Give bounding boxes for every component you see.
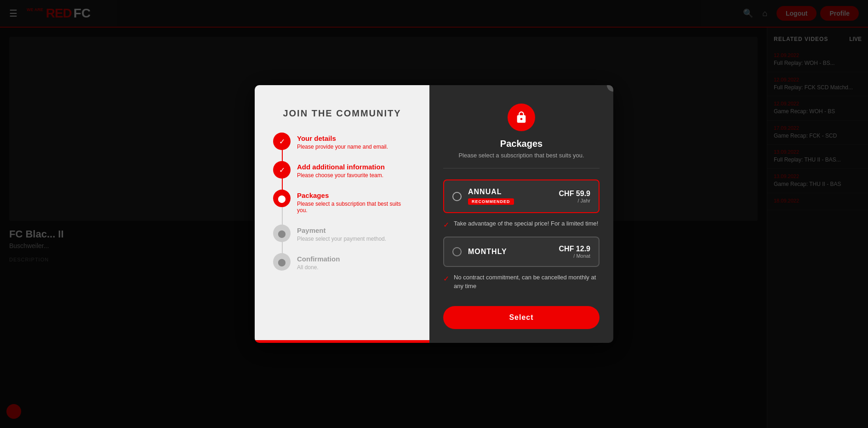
step-icon-3: ⬤ — [273, 190, 291, 207]
step-title-5: Confirmation — [297, 255, 340, 263]
modal-title: JOIN THE COMMUNITY — [273, 108, 411, 119]
step-icon-2: ✓ — [273, 161, 291, 179]
step-content-5: Confirmation All done. — [297, 253, 340, 282]
monthly-check-icon: ✓ — [443, 274, 449, 284]
package-lock-icon — [508, 104, 535, 131]
packages-title: Packages — [500, 139, 542, 149]
monthly-radio-inner — [455, 249, 459, 254]
monthly-plan-name: MONTHLY — [468, 248, 559, 256]
annual-feature: ✓ Take advantage of the special price! F… — [443, 220, 600, 230]
step-item-3: ⬤ Packages Please select a subscription … — [273, 190, 411, 225]
annual-plan-info: ANNUAL RECOMMENDED — [468, 188, 559, 205]
monthly-plan-info: MONTHLY — [468, 248, 559, 256]
step-desc-5: All done. — [297, 264, 340, 271]
step-desc-3: Please select a subscription that best s… — [297, 201, 411, 214]
subscription-modal: × JOIN THE COMMUNITY ✓ Your details Plea… — [255, 85, 613, 343]
monthly-plan-card[interactable]: MONTHLY CHF 12.9 / Monat — [443, 237, 600, 267]
annual-radio[interactable] — [452, 192, 462, 201]
step-title-4: Payment — [297, 226, 386, 234]
step-title-2: Add additional information — [297, 163, 385, 171]
annual-feature-text: Take advantage of the special price! For… — [454, 220, 598, 228]
step-item-4: ⬤ Payment Please select your payment met… — [273, 225, 411, 253]
step-icon-1: ✓ — [273, 133, 291, 150]
step-item-2: ✓ Add additional information Please choo… — [273, 161, 411, 190]
monthly-radio[interactable] — [452, 247, 462, 256]
monthly-price-amount: CHF 12.9 — [559, 245, 590, 253]
step-desc-2: Please choose your favourite team. — [297, 172, 385, 179]
step-content-4: Payment Please select your payment metho… — [297, 225, 386, 253]
step-content-2: Add additional information Please choose… — [297, 161, 385, 190]
annual-price-period: / Jahr — [559, 198, 590, 203]
annual-plan-card[interactable]: ANNUAL RECOMMENDED CHF 59.9 / Jahr — [443, 179, 600, 213]
modal-overlay: × JOIN THE COMMUNITY ✓ Your details Plea… — [0, 0, 868, 428]
monthly-plan-price: CHF 12.9 / Monat — [559, 245, 590, 259]
select-button[interactable]: Select — [443, 306, 600, 329]
step-title-1: Your details — [297, 134, 388, 142]
step-icon-4: ⬤ — [273, 225, 291, 242]
monthly-price-period: / Monat — [559, 253, 590, 259]
step-desc-4: Please select your payment method. — [297, 236, 386, 242]
packages-subtitle: Please select a subscription that best s… — [443, 152, 600, 168]
step-item-1: ✓ Your details Please provide your name … — [273, 133, 411, 161]
annual-radio-inner — [455, 194, 459, 199]
step-content-1: Your details Please provide your name an… — [297, 133, 388, 161]
modal-right-panel: Packages Please select a subscription th… — [429, 85, 613, 343]
monthly-plan-left: MONTHLY — [452, 247, 559, 256]
annual-plan-price: CHF 59.9 / Jahr — [559, 190, 590, 203]
step-list: ✓ Your details Please provide your name … — [273, 133, 411, 282]
monthly-feature-text: No contract commitment, can be cancelled… — [454, 273, 600, 290]
annual-check-icon: ✓ — [443, 220, 449, 230]
step-item-5: ⬤ Confirmation All done. — [273, 253, 411, 282]
step-icon-5: ⬤ — [273, 253, 291, 271]
annual-price-amount: CHF 59.9 — [559, 190, 590, 198]
step-content-3: Packages Please select a subscription th… — [297, 190, 411, 225]
modal-left-panel: JOIN THE COMMUNITY ✓ Your details Please… — [255, 85, 429, 343]
recommended-badge: RECOMMENDED — [468, 198, 514, 205]
step-desc-1: Please provide your name and email. — [297, 144, 388, 150]
annual-plan-left: ANNUAL RECOMMENDED — [452, 188, 559, 205]
annual-plan-name: ANNUAL — [468, 188, 559, 196]
monthly-feature: ✓ No contract commitment, can be cancell… — [443, 273, 600, 290]
step-title-3: Packages — [297, 191, 411, 199]
